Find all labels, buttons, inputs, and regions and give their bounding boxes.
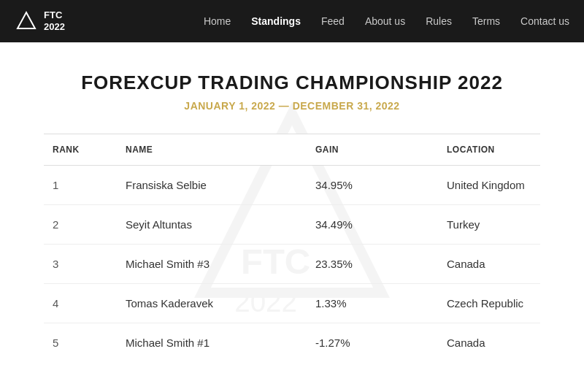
nav-item-feed[interactable]: Feed [321, 15, 345, 28]
table-row: 5 Michael Smith #1 -1.27% Canada [44, 323, 540, 363]
nav-links: Home Standings Feed About us Rules Terms… [204, 15, 569, 28]
standings-table: RANK NAME GAIN LOCATION 1 Fransiska Selb… [44, 134, 540, 362]
col-header-rank: RANK [44, 134, 117, 166]
page-subtitle: JANUARY 1, 2022 — DECEMBER 31, 2022 [44, 100, 540, 112]
nav-item-about[interactable]: About us [365, 15, 405, 28]
cell-rank: 5 [44, 323, 117, 363]
table-row: 1 Fransiska Selbie 34.95% United Kingdom [44, 166, 540, 205]
cell-location: United Kingdom [438, 166, 540, 205]
cell-name: Fransiska Selbie [117, 166, 307, 205]
cell-name: Michael Smith #3 [117, 245, 307, 284]
table-row: 4 Tomas Kaderavek 1.33% Czech Republic [44, 284, 540, 323]
cell-gain: -1.27% [307, 323, 438, 363]
nav-item-terms[interactable]: Terms [472, 15, 500, 28]
table-header-row: RANK NAME GAIN LOCATION [44, 134, 540, 166]
main-content: FTC 2022 FOREXCUP TRADING CHAMPIONSHIP 2… [0, 42, 584, 392]
cell-name: Tomas Kaderavek [117, 284, 307, 323]
col-header-name: NAME [117, 134, 307, 166]
table-row: 2 Seyit Altuntas 34.49% Turkey [44, 205, 540, 245]
cell-location: Turkey [438, 205, 540, 245]
cell-rank: 4 [44, 284, 117, 323]
cell-name: Seyit Altuntas [117, 205, 307, 245]
logo-icon [15, 9, 38, 33]
nav-item-rules[interactable]: Rules [426, 15, 452, 28]
cell-location: Canada [438, 245, 540, 284]
cell-rank: 3 [44, 245, 117, 284]
col-header-location: LOCATION [438, 134, 540, 166]
cell-rank: 2 [44, 205, 117, 245]
col-header-gain: GAIN [307, 134, 438, 166]
logo-text: FTC 2022 [44, 9, 65, 32]
cell-rank: 1 [44, 166, 117, 205]
table-row: 3 Michael Smith #3 23.35% Canada [44, 245, 540, 284]
cell-location: Canada [438, 323, 540, 363]
nav-item-home[interactable]: Home [204, 15, 231, 28]
cell-gain: 34.49% [307, 205, 438, 245]
nav-item-contact[interactable]: Contact us [520, 15, 569, 28]
navigation: FTC 2022 Home Standings Feed About us Ru… [0, 0, 584, 42]
page-title: FOREXCUP TRADING CHAMPIONSHIP 2022 [44, 72, 540, 94]
logo[interactable]: FTC 2022 [15, 9, 65, 33]
cell-gain: 1.33% [307, 284, 438, 323]
nav-item-standings[interactable]: Standings [251, 15, 301, 28]
cell-gain: 34.95% [307, 166, 438, 205]
cell-name: Michael Smith #1 [117, 323, 307, 363]
cell-gain: 23.35% [307, 245, 438, 284]
cell-location: Czech Republic [438, 284, 540, 323]
svg-marker-0 [18, 12, 35, 28]
